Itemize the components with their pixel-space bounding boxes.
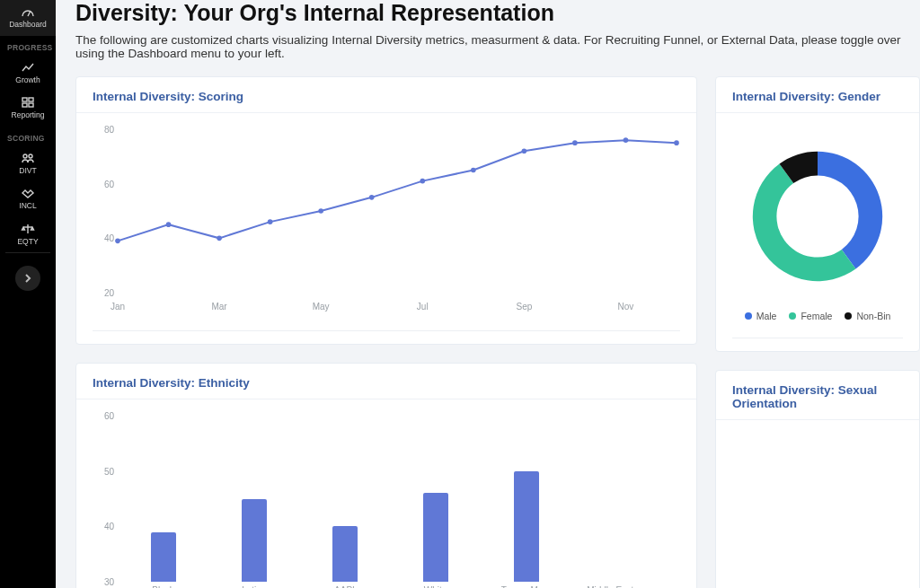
bar-column[interactable] (495, 416, 558, 582)
grid-icon (21, 96, 35, 109)
svg-point-12 (420, 179, 425, 184)
svg-point-13 (471, 168, 476, 173)
divider (93, 330, 680, 331)
svg-point-4 (23, 154, 27, 158)
legend-swatch (845, 312, 852, 320)
bar-column[interactable] (404, 416, 467, 582)
scales-icon (21, 223, 35, 235)
card-gender: Internal Diversity: Gender MaleFemaleNon… (715, 76, 920, 352)
svg-rect-2 (22, 103, 27, 107)
legend-swatch (745, 312, 752, 320)
card-title: Internal Diversity: Scoring (93, 90, 680, 103)
card-title: Internal Diversity: Gender (732, 90, 903, 103)
card-ethnicity: Internal Diversity: Ethnicity 30405060 B… (75, 363, 697, 588)
chart-legend: MaleFemaleNon-Bin (745, 311, 891, 321)
sidebar-item-reporting[interactable]: Reporting (0, 91, 56, 127)
bar-column[interactable] (314, 416, 376, 582)
svg-point-9 (268, 219, 273, 224)
card-orientation: Internal Diversity: Sexual Orientation (715, 370, 920, 588)
svg-point-7 (166, 222, 172, 227)
legend-label: Non-Bin (856, 311, 890, 321)
scoring-line-chart[interactable]: 20406080 JanMarMayJulSepNov (93, 126, 680, 314)
people-icon (21, 152, 35, 164)
card-header: Internal Diversity: Gender (716, 77, 919, 113)
svg-point-17 (674, 140, 679, 145)
svg-point-16 (624, 137, 629, 143)
bar (151, 532, 176, 583)
sidebar-section-heading: PROGRESS (0, 36, 56, 56)
bar (423, 493, 448, 582)
svg-point-11 (369, 195, 375, 200)
legend-swatch (789, 312, 796, 320)
card-scoring: Internal Diversity: Scoring 20406080 Jan… (75, 76, 697, 345)
chevron-right-icon (23, 274, 32, 283)
gender-donut-chart[interactable]: MaleFemaleNon-Bin (732, 126, 903, 321)
sidebar-item-label: Dashboard (9, 21, 47, 29)
card-header: Internal Diversity: Sexual Orientation (716, 371, 919, 420)
sidebar-item-label: EQTY (17, 238, 38, 246)
bar (514, 471, 539, 582)
legend-label: Female (801, 311, 832, 321)
sidebar-item-growth[interactable]: Growth (0, 56, 56, 92)
sidebar-item-label: Reporting (12, 111, 45, 119)
page-title: Diversity: Your Org's Internal Represent… (75, 0, 920, 26)
svg-point-10 (318, 208, 323, 214)
svg-point-14 (522, 148, 527, 154)
svg-point-6 (115, 239, 120, 244)
sidebar-item-label: DIVT (19, 167, 36, 175)
divider (732, 338, 903, 338)
bar-column[interactable] (586, 416, 649, 582)
handshake-icon (21, 187, 35, 199)
card-title: Internal Diversity: Sexual Orientation (732, 383, 903, 410)
card-title: Internal Diversity: Ethnicity (93, 376, 680, 390)
legend-item[interactable]: Non-Bin (845, 311, 890, 321)
sidebar-item-dashboard[interactable]: Dashboard (0, 0, 56, 36)
sidebar-item-divt[interactable]: DIVT (0, 146, 56, 182)
svg-rect-1 (29, 98, 33, 101)
page-subtitle: The following are customized charts visu… (75, 33, 920, 60)
svg-point-8 (217, 236, 222, 241)
gauge-icon (21, 5, 35, 18)
card-header: Internal Diversity: Ethnicity (76, 364, 696, 399)
sidebar-expand-button[interactable] (15, 266, 40, 291)
sidebar-item-eqty[interactable]: EQTY (0, 217, 56, 253)
svg-point-5 (29, 154, 32, 158)
svg-rect-3 (29, 103, 33, 107)
bar-column[interactable] (132, 416, 195, 582)
bar (242, 499, 267, 583)
svg-point-15 (572, 140, 578, 145)
card-header: Internal Diversity: Scoring (76, 77, 696, 113)
linechart-icon (21, 61, 35, 74)
ethnicity-bar-chart[interactable]: 30405060 BlackLatinxAAPIWhiteTwo or More… (93, 412, 680, 588)
legend-item[interactable]: Female (789, 311, 832, 321)
sidebar-item-label: INCL (19, 202, 36, 210)
bar-column[interactable] (223, 416, 286, 582)
sidebar: Dashboard PROGRESS Growth Reporting SCOR… (0, 0, 56, 588)
sidebar-section-heading: SCORING (0, 127, 56, 146)
legend-label: Male (756, 311, 777, 321)
legend-item[interactable]: Male (745, 311, 777, 321)
svg-rect-0 (22, 98, 27, 101)
divider (5, 252, 50, 253)
sidebar-item-label: Growth (15, 76, 40, 84)
sidebar-item-incl[interactable]: INCL (0, 181, 56, 217)
bar (332, 526, 358, 582)
main-content: Diversity: Your Org's Internal Represent… (56, 0, 920, 588)
